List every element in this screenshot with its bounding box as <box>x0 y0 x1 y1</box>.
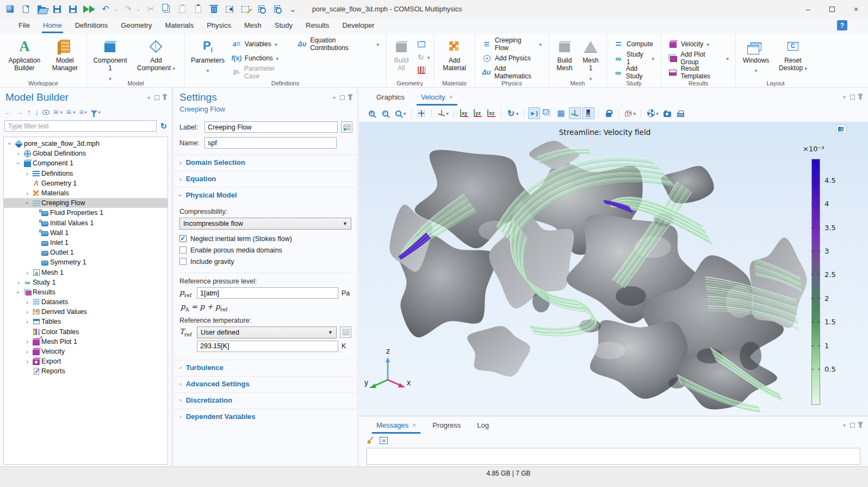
find-in-model-icon[interactable] <box>256 3 266 15</box>
color-theme-button[interactable] <box>623 107 637 119</box>
expander-icon[interactable]: › <box>23 269 31 276</box>
show-color-legend-button[interactable] <box>582 107 594 119</box>
menu-tab-home[interactable]: Home <box>36 19 69 33</box>
add-component-button[interactable]: Add Component <box>132 37 180 73</box>
tree-item-fluid-properties-1[interactable]: Fluid Properties 1 <box>4 208 168 218</box>
checkbox-enable-porous-media-domains[interactable]: Enable porous media domains <box>179 244 351 256</box>
tree-item-inlet-1[interactable]: Inlet 1 <box>4 238 168 248</box>
build-mesh-button[interactable]: Build Mesh <box>553 37 576 73</box>
menu-tab-file[interactable]: File <box>12 19 36 33</box>
menu-tab-developer[interactable]: Developer <box>336 19 381 33</box>
tree-item-definitions[interactable]: ›Definitions <box>4 169 168 178</box>
group-by-icon[interactable]: ≡▾ <box>79 108 86 116</box>
tree-item-symmetry-1[interactable]: Symmetry 1 <box>4 257 168 267</box>
menu-tab-mesh[interactable]: Mesh <box>238 19 268 33</box>
expander-icon[interactable]: › <box>23 309 31 315</box>
checkbox-neglect-inertial-term-stokes-flow-[interactable]: Neglect inertial term (Stokes flow) <box>179 233 351 244</box>
name-field[interactable] <box>204 137 337 149</box>
messages-tab-messages[interactable]: Messages× <box>370 418 423 434</box>
expander-icon[interactable]: › <box>23 338 31 345</box>
tree-item-study-1[interactable]: ›Study 1 <box>4 278 168 287</box>
tree-item-mesh-1[interactable]: ›Mesh 1 <box>4 267 168 277</box>
parameters-button[interactable]: PiParameters <box>189 37 226 76</box>
tree-item-reports[interactable]: Reports <box>4 366 168 376</box>
add-study-button[interactable]: Add Study <box>611 65 656 79</box>
pin-panel-icon[interactable] <box>859 424 861 428</box>
select-box-icon[interactable] <box>224 3 235 15</box>
panel-menu-icon[interactable] <box>333 94 336 101</box>
zoom-extents-button[interactable] <box>416 107 427 119</box>
minimize-button[interactable]: – <box>796 0 820 18</box>
section-domain-selection[interactable]: ›Domain Selection <box>174 155 357 170</box>
section-advanced-settings[interactable]: ›Advanced Settings <box>174 376 357 391</box>
section-physical-model[interactable]: ›Physical Model <box>174 187 357 202</box>
find-icon[interactable] <box>271 3 282 15</box>
tree-item-component-1[interactable]: ›Component 1 <box>4 158 168 168</box>
float-panel-icon[interactable] <box>850 95 855 100</box>
menu-tab-geometry[interactable]: Geometry <box>114 19 158 33</box>
help-button[interactable]: ? <box>837 20 847 30</box>
tree-item-datasets[interactable]: ›Datasets <box>4 297 168 307</box>
view-yz-button[interactable] <box>472 107 483 119</box>
save-search-icon[interactable] <box>67 3 78 15</box>
tree-item-pore-scale-flow-3d-mph[interactable]: ›pore_scale_flow_3d.mph <box>4 139 168 149</box>
deselect-box-icon[interactable] <box>240 3 251 15</box>
add-material-button[interactable]: Add Material <box>438 37 470 73</box>
delete-icon[interactable] <box>208 3 219 15</box>
tree-item-export[interactable]: ›Export <box>4 356 168 366</box>
pin-panel-icon[interactable] <box>349 96 351 100</box>
compressibility-select[interactable]: Incompressible flow▼ <box>179 218 351 230</box>
rename-button[interactable] <box>341 121 352 133</box>
expander-icon[interactable]: › <box>15 159 22 167</box>
ref-temperature-select[interactable]: User defined▼ <box>197 326 337 338</box>
print-button[interactable] <box>675 107 687 119</box>
panel-menu-icon[interactable] <box>843 421 846 429</box>
tree-item-mesh-plot-1[interactable]: ›*Mesh Plot 1 <box>4 337 168 347</box>
show-axis-orientation-button[interactable] <box>569 107 581 119</box>
move-up-icon[interactable]: ↑ <box>27 108 31 116</box>
new-file-icon[interactable] <box>20 3 31 15</box>
show-icon[interactable] <box>42 110 49 115</box>
variables-button[interactable]: a=Variables <box>230 37 292 51</box>
open-file-icon[interactable] <box>36 3 47 15</box>
show-grid-button[interactable] <box>555 107 567 119</box>
expander-icon[interactable]: › <box>7 140 13 147</box>
section-dependent-variables[interactable]: ›Dependent Variables <box>174 409 357 424</box>
maximize-button[interactable] <box>820 0 844 18</box>
expander-icon[interactable]: › <box>23 348 31 355</box>
expander-icon[interactable]: › <box>15 150 22 157</box>
tree-item-velocity[interactable]: ›Velocity <box>4 347 168 356</box>
environment-reflections-button[interactable] <box>542 107 554 119</box>
expander-icon[interactable]: › <box>23 170 31 177</box>
filter-input[interactable] <box>4 120 157 132</box>
messages-tab-progress[interactable]: Progress <box>426 418 467 434</box>
copy-icon[interactable] <box>161 3 172 15</box>
physics-interface-button[interactable]: Creeping Flow <box>480 37 544 51</box>
add-mathematics-button[interactable]: ΔuAdd Mathematics <box>480 65 544 79</box>
float-panel-icon[interactable] <box>850 423 855 428</box>
expander-icon[interactable]: › <box>23 299 31 305</box>
temperature-list-button[interactable] <box>340 326 351 338</box>
checkbox-icon[interactable] <box>179 258 187 265</box>
save-icon[interactable] <box>52 3 63 15</box>
component-button[interactable]: Component 1 <box>91 37 129 83</box>
compute-button[interactable]: Compute <box>611 37 656 51</box>
plot-thumbnail-button[interactable] <box>836 125 846 133</box>
collapse-icon[interactable]: ≡↓▾ <box>66 108 76 116</box>
close-button[interactable]: × <box>844 0 868 18</box>
ref-temperature-input[interactable] <box>197 341 338 352</box>
tree-item-derived-values[interactable]: ›Derived Values <box>4 307 168 317</box>
model-manager-button[interactable]: Model Manager <box>48 37 82 73</box>
graphics-canvas[interactable]: Streamline: Velocity field ×10⁻³ 4.543.5… <box>359 122 868 415</box>
view-xz-button[interactable] <box>485 107 497 119</box>
paste-icon[interactable] <box>177 3 188 15</box>
expander-icon[interactable]: › <box>15 288 22 296</box>
result-templates-button[interactable]: Result Templates <box>666 65 731 79</box>
import-geometry-button[interactable] <box>416 38 432 50</box>
tree-item-color-tables[interactable]: Color Tables <box>4 327 168 337</box>
expander-icon[interactable]: › <box>24 199 30 207</box>
expander-icon[interactable]: › <box>23 318 31 325</box>
redo-icon[interactable]: ↷ <box>123 3 134 15</box>
float-panel-icon[interactable] <box>340 95 345 100</box>
lock-view-button[interactable] <box>603 107 615 119</box>
